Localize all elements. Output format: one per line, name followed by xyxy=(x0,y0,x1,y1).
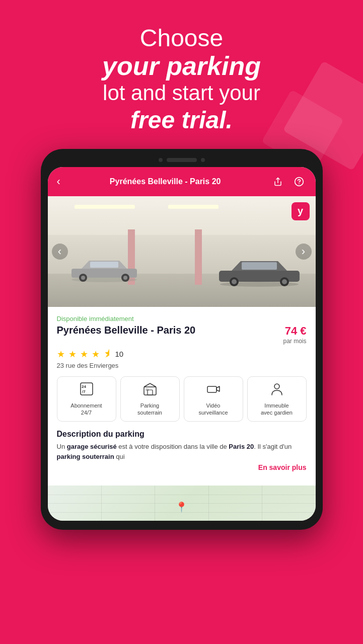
content-area: Disponible immédiatement Pyrénées Bellev… xyxy=(48,307,316,486)
app-title: Pyrénées Belleville - Paris 20 xyxy=(66,177,264,186)
phone-mockup: ‹ Pyrénées Belleville - Paris 20 xyxy=(0,149,363,530)
parking-title-row: Pyrénées Belleville - Paris 20 74 € par … xyxy=(57,325,307,345)
svg-text:24: 24 xyxy=(82,384,86,389)
description-section: Description du parking Un garage sécuris… xyxy=(57,430,307,471)
availability-status: Disponible immédiatement xyxy=(57,315,307,323)
feature-underground: Parkingsouterrain xyxy=(120,376,180,422)
parking-name: Pyrénées Belleville - Paris 20 xyxy=(57,325,196,336)
star-3: ★ xyxy=(80,349,89,360)
phone-notch xyxy=(48,158,316,162)
phone-body: ‹ Pyrénées Belleville - Paris 20 xyxy=(41,149,323,530)
parking-address: 23 rue des Envierges xyxy=(57,362,307,369)
back-button[interactable]: ‹ xyxy=(57,175,60,188)
parked-car-2 xyxy=(216,254,302,287)
feature-icon-camera xyxy=(206,382,221,399)
map-preview[interactable]: 📍 xyxy=(48,486,316,521)
features-row: 24 /7 Abonnement24/7 xyxy=(57,376,307,422)
star-1: ★ xyxy=(57,349,65,360)
svg-rect-23 xyxy=(207,386,216,392)
header-line2: your parking xyxy=(30,52,333,80)
description-text: Un garage sécurisé est à votre dispositi… xyxy=(57,442,307,461)
svg-point-24 xyxy=(274,384,279,389)
app-header: ‹ Pyrénées Belleville - Paris 20 xyxy=(48,167,316,196)
svg-point-7 xyxy=(81,276,85,280)
svg-text:/7: /7 xyxy=(82,389,86,394)
svg-point-9 xyxy=(123,276,127,280)
feature-label-247: Abonnement24/7 xyxy=(70,402,102,417)
svg-point-14 xyxy=(232,279,237,284)
ceiling-light-1 xyxy=(75,205,135,209)
image-nav-right[interactable]: › xyxy=(296,244,312,260)
notch-dot-1 xyxy=(159,158,163,162)
header-line3: lot and start your xyxy=(30,80,333,106)
description-title: Description du parking xyxy=(57,430,307,439)
map-grid-h1 xyxy=(48,495,316,495)
feature-label-video: Vidéosurveillance xyxy=(198,402,228,417)
star-4: ★ xyxy=(92,349,100,360)
notch-dot-2 xyxy=(201,158,205,162)
parking-column-2 xyxy=(195,229,202,285)
help-icon xyxy=(294,177,304,187)
rating-count: 10 xyxy=(115,350,124,358)
notch-speaker xyxy=(167,158,197,162)
map-grid-v4 xyxy=(262,486,262,521)
header-section: Choose your parking lot and start your f… xyxy=(0,0,363,149)
feature-video: Vidéosurveillance xyxy=(184,376,243,422)
svg-point-16 xyxy=(282,279,287,284)
read-more-link[interactable]: En savoir plus xyxy=(57,463,307,471)
map-grid-v2 xyxy=(155,486,155,521)
svg-rect-12 xyxy=(242,262,277,270)
header-line4: free trial. xyxy=(30,106,333,134)
help-button[interactable] xyxy=(292,174,307,189)
map-grid-v1 xyxy=(101,486,102,521)
svg-rect-22 xyxy=(146,388,149,391)
feature-label-guardian: Immeubleavec gardien xyxy=(261,402,293,417)
feature-icon-garage xyxy=(143,382,157,399)
image-nav-left[interactable]: ‹ xyxy=(52,244,68,260)
map-location-pin: 📍 xyxy=(175,501,188,513)
header-line1: Choose xyxy=(30,24,333,52)
brand-logo: y xyxy=(292,202,310,220)
parking-image-area: ‹ › y xyxy=(48,196,316,307)
star-half: ⯨ xyxy=(103,349,112,359)
parked-car-1 xyxy=(69,255,139,282)
feature-label-underground: Parkingsouterrain xyxy=(137,402,162,417)
parking-photo xyxy=(48,196,316,307)
price-value: 74 € xyxy=(283,325,306,338)
phone-screen: ‹ Pyrénées Belleville - Paris 20 xyxy=(48,167,316,521)
feature-icon-247: 24 /7 xyxy=(80,382,94,399)
svg-rect-20 xyxy=(144,387,156,395)
share-icon xyxy=(273,177,282,186)
ceiling-light-2 xyxy=(168,205,219,209)
feature-guardian: Immeubleavec gardien xyxy=(247,376,307,422)
price-unit: par mois xyxy=(283,338,306,345)
map-grid-v3 xyxy=(208,486,209,521)
rating-row: ★ ★ ★ ★ ⯨ 10 xyxy=(57,349,307,360)
feature-247: 24 /7 Abonnement24/7 xyxy=(57,376,116,422)
price-block: 74 € par mois xyxy=(283,325,306,345)
svg-rect-5 xyxy=(90,262,118,268)
star-2: ★ xyxy=(68,349,77,360)
feature-icon-person xyxy=(270,382,284,399)
share-button[interactable] xyxy=(270,174,285,189)
parking-ceiling xyxy=(48,196,316,235)
